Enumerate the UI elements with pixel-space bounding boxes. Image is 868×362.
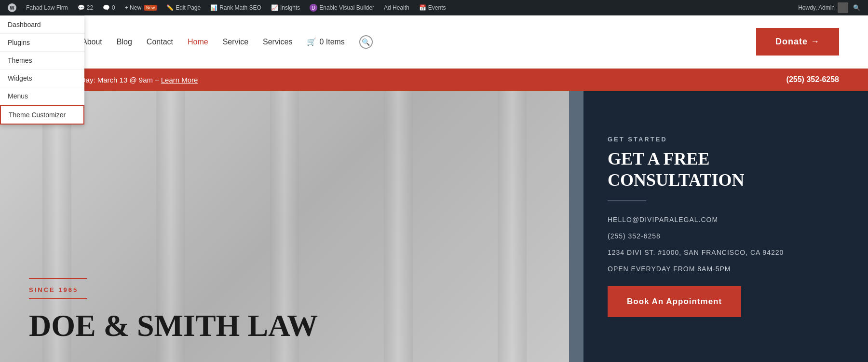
announcement-phone: (255) 352-6258 xyxy=(787,75,839,84)
consultation-panel: GET STARTED GET A FREE CONSULTATION HELL… xyxy=(569,91,868,362)
since-label: SINCE 1965 xyxy=(29,286,318,293)
search-icon[interactable]: 🔍 xyxy=(853,4,860,11)
contact-email: HELLO@DIVIPARALEGAL.COM xyxy=(608,216,839,223)
wp-logo-icon: W xyxy=(8,3,16,12)
dropdown-item-menus[interactable]: Menus xyxy=(0,87,84,105)
hero-section: SINCE 1965 DOE & SMITH LAW xyxy=(0,91,569,362)
dropdown-item-dashboard[interactable]: Dashboard xyxy=(0,16,84,34)
main-content: SINCE 1965 DOE & SMITH LAW GET STARTED G… xyxy=(0,91,868,362)
comment-zero-item[interactable]: 🗨️ 0 xyxy=(99,0,119,15)
rank-math-icon: 📊 xyxy=(210,4,217,11)
ad-health-label: Ad Health xyxy=(384,4,409,11)
nav-blog[interactable]: Blog xyxy=(117,38,132,46)
new-label: + New xyxy=(125,4,141,11)
edit-icon: ✏️ xyxy=(166,4,174,11)
new-item[interactable]: + New New xyxy=(121,0,161,15)
announcement-bar: Beach Cleanup Day: March 13 @ 9am – Lear… xyxy=(0,69,868,91)
contact-hours: OPEN EVERYDAY FROM 8AM-5PM xyxy=(608,265,839,273)
insights-label: Insights xyxy=(280,4,300,11)
divi-icon: D xyxy=(310,4,317,12)
site-header: D About Blog Contact Home Service Servic… xyxy=(0,15,868,69)
dropdown-menu: Dashboard Plugins Themes Widgets Menus T… xyxy=(0,15,84,125)
edit-page-item[interactable]: ✏️ Edit Page xyxy=(163,0,204,15)
events-item[interactable]: 📅 Events xyxy=(415,0,450,15)
consultation-title: GET A FREE CONSULTATION xyxy=(608,149,839,190)
admin-right: Howdy, Admin 🔍 xyxy=(798,2,864,13)
nav-about[interactable]: About xyxy=(82,38,102,46)
firm-name: DOE & SMITH LAW xyxy=(29,309,318,343)
edit-page-label: Edit Page xyxy=(176,4,201,11)
hero-divider xyxy=(29,298,87,299)
book-appointment-button[interactable]: Book An Appointment xyxy=(608,286,741,317)
dropdown-item-themes[interactable]: Themes xyxy=(0,52,84,70)
comment-count: 22 xyxy=(87,4,93,11)
bubble-icon: 🗨️ xyxy=(103,4,110,11)
comment-icon: 💬 xyxy=(78,4,85,11)
get-started-label: GET STARTED xyxy=(608,136,839,143)
rank-math-label: Rank Math SEO xyxy=(219,4,261,11)
nav-home[interactable]: Home xyxy=(188,38,208,46)
comment-count-item[interactable]: 💬 22 xyxy=(74,0,97,15)
howdy-label: Howdy, Admin xyxy=(798,4,835,11)
cart-label: 0 Items xyxy=(319,38,344,46)
insights-item[interactable]: 📈 Insights xyxy=(267,0,304,15)
panel-divider xyxy=(608,200,646,201)
panel-content: GET STARTED GET A FREE CONSULTATION HELL… xyxy=(598,136,839,317)
site-name-item[interactable]: Fahad Law Firm xyxy=(22,0,72,15)
rank-math-item[interactable]: 📊 Rank Math SEO xyxy=(206,0,265,15)
pillar-5 xyxy=(498,91,527,362)
enable-vb-label: Enable Visual Builder xyxy=(319,4,374,11)
nav-services[interactable]: Services xyxy=(263,38,292,46)
nav-search-button[interactable]: 🔍 xyxy=(359,35,373,49)
search-icon: 🔍 xyxy=(362,38,370,46)
gray-strip xyxy=(569,91,583,362)
new-badge: New xyxy=(144,5,157,11)
pillar-4 xyxy=(384,91,413,362)
dropdown-item-theme-customizer[interactable]: Theme Customizer xyxy=(0,105,84,125)
dropdown-item-widgets[interactable]: Widgets xyxy=(0,70,84,87)
nav-service[interactable]: Service xyxy=(223,38,248,46)
calendar-icon: 📅 xyxy=(419,4,426,11)
divi-item[interactable]: D Enable Visual Builder xyxy=(306,0,378,15)
hero-top-divider xyxy=(29,278,87,279)
admin-bar: W Fahad Law Firm 💬 22 🗨️ 0 + New New ✏️ … xyxy=(0,0,868,15)
site-name-label: Fahad Law Firm xyxy=(26,4,68,11)
hero-text-block: SINCE 1965 DOE & SMITH LAW xyxy=(29,278,318,343)
comment-zero-label: 0 xyxy=(112,4,115,11)
events-label: Events xyxy=(428,4,446,11)
nav-cart[interactable]: 🛒 0 Items xyxy=(307,37,344,46)
insights-icon: 📈 xyxy=(271,4,278,11)
ad-health-item[interactable]: Ad Health xyxy=(380,0,413,15)
avatar-icon xyxy=(838,2,848,13)
nav-contact[interactable]: Contact xyxy=(147,38,173,46)
wp-logo-item[interactable]: W xyxy=(4,0,20,15)
learn-more-link[interactable]: Learn More xyxy=(161,76,198,84)
dropdown-item-plugins[interactable]: Plugins xyxy=(0,34,84,52)
contact-address: 1234 DIVI ST. #1000, SAN FRANCISCO, CA 9… xyxy=(608,249,839,256)
cart-icon: 🛒 xyxy=(307,37,316,46)
contact-phone: (255) 352-6258 xyxy=(608,232,839,240)
site-nav: About Blog Contact Home Service Services… xyxy=(82,35,737,49)
donate-button[interactable]: Donate → xyxy=(756,28,839,56)
